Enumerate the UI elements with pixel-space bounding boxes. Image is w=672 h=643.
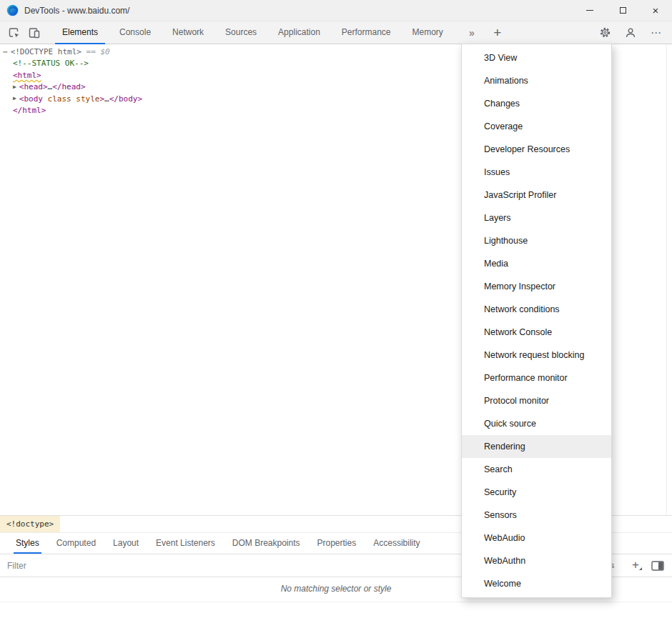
dom-node-segment: <body bbox=[19, 94, 43, 104]
styles-tab-dom-breakpoints[interactable]: DOM Breakpoints bbox=[230, 533, 302, 554]
dom-node-segment: <head> bbox=[19, 82, 48, 91]
sidebar-toggle-icon[interactable] bbox=[651, 560, 664, 574]
menu-item-protocol-monitor[interactable]: Protocol monitor bbox=[462, 389, 611, 412]
dom-node-segment: </head> bbox=[52, 82, 85, 91]
menu-item-webauthn[interactable]: WebAuthn bbox=[462, 549, 611, 572]
styles-tab-event-listeners[interactable]: Event Listeners bbox=[154, 533, 217, 554]
breadcrumb-item[interactable]: <!doctype> bbox=[0, 516, 60, 532]
menu-item-sensors[interactable]: Sensors bbox=[462, 504, 611, 527]
tab-application[interactable]: Application bbox=[271, 21, 327, 44]
menu-item-search[interactable]: Search bbox=[462, 458, 611, 481]
maximize-button[interactable] bbox=[606, 0, 639, 21]
tab-performance[interactable]: Performance bbox=[335, 21, 398, 44]
close-button[interactable]: × bbox=[639, 0, 672, 21]
menu-item-layers[interactable]: Layers bbox=[462, 206, 611, 229]
styles-tab-properties[interactable]: Properties bbox=[315, 533, 359, 554]
dom-node-segment: == $0 bbox=[81, 47, 110, 56]
menu-item-security[interactable]: Security bbox=[462, 481, 611, 504]
maximize-icon bbox=[620, 7, 626, 14]
toolbar-right-icons: ⋯ bbox=[595, 23, 672, 43]
dom-node-segment: … bbox=[104, 94, 109, 104]
window-controls: × bbox=[573, 0, 672, 21]
more-tabs-chevron-icon[interactable]: » bbox=[464, 23, 480, 43]
tab-console[interactable]: Console bbox=[112, 21, 158, 44]
inspect-element-icon[interactable] bbox=[4, 23, 24, 43]
menu-item-webaudio[interactable]: WebAudio bbox=[462, 527, 611, 549]
more-tools-plus-icon[interactable]: + bbox=[487, 23, 508, 43]
styles-tab-accessibility[interactable]: Accessibility bbox=[371, 533, 422, 554]
devtools-window: DevTools - www.baidu.com/ × ElementsCons… bbox=[0, 0, 672, 643]
tab-network[interactable]: Network bbox=[165, 21, 211, 44]
feedback-icon[interactable] bbox=[621, 23, 641, 43]
tab-sources[interactable]: Sources bbox=[218, 21, 264, 44]
menu-item-animations[interactable]: Animations bbox=[462, 69, 611, 92]
titlebar: DevTools - www.baidu.com/ × bbox=[0, 0, 672, 21]
more-tools-menu: 3D ViewAnimationsChangesCoverageDevelope… bbox=[461, 44, 612, 598]
menu-item-lighthouse[interactable]: Lighthouse bbox=[462, 229, 611, 252]
dom-node-segment: class style bbox=[43, 94, 99, 104]
dom-node-segment: </html> bbox=[13, 106, 46, 115]
elements-scrollbar[interactable] bbox=[666, 45, 667, 515]
panel-tabs: ElementsConsoleNetworkSourcesApplication… bbox=[51, 21, 454, 44]
menu-item-network-console[interactable]: Network Console bbox=[462, 321, 611, 344]
menu-item-quick-source[interactable]: Quick source bbox=[462, 412, 611, 435]
close-icon: × bbox=[653, 5, 659, 16]
styles-tab-styles[interactable]: Styles bbox=[14, 533, 41, 554]
tab-memory[interactable]: Memory bbox=[405, 21, 450, 44]
device-toolbar-icon[interactable] bbox=[24, 23, 44, 43]
menu-item-issues[interactable]: Issues bbox=[462, 161, 611, 184]
tab-elements[interactable]: Elements bbox=[55, 21, 105, 44]
dom-node-segment: ▶ bbox=[13, 84, 16, 90]
menu-item-javascript-profiler[interactable]: JavaScript Profiler bbox=[462, 184, 611, 206]
dom-node-segment: <!--STATUS OK--> bbox=[13, 59, 89, 68]
new-style-rule-icon[interactable]: + bbox=[632, 558, 639, 572]
dom-node-segment: ▶ bbox=[13, 95, 16, 101]
menu-item-memory-inspector[interactable]: Memory Inspector bbox=[462, 275, 611, 298]
minimize-button[interactable] bbox=[573, 0, 606, 21]
dom-node-segment: <!DOCTYPE html> bbox=[11, 47, 81, 56]
menu-item-developer-resources[interactable]: Developer Resources bbox=[462, 138, 611, 161]
menu-item-network-conditions[interactable]: Network conditions bbox=[462, 298, 611, 321]
styles-tab-computed[interactable]: Computed bbox=[54, 533, 98, 554]
menu-item-3d-view[interactable]: 3D View bbox=[462, 46, 611, 69]
devtools-toolbar: ElementsConsoleNetworkSourcesApplication… bbox=[0, 21, 672, 44]
dom-node-segment: </body> bbox=[109, 94, 142, 104]
menu-item-network-request-blocking[interactable]: Network request blocking bbox=[462, 344, 611, 367]
styles-filter-input[interactable]: Filter bbox=[7, 561, 26, 571]
menu-item-changes[interactable]: Changes bbox=[462, 92, 611, 115]
minimize-icon bbox=[586, 10, 593, 11]
menu-item-welcome[interactable]: Welcome bbox=[462, 572, 611, 595]
menu-item-media[interactable]: Media bbox=[462, 252, 611, 275]
menu-item-rendering[interactable]: Rendering bbox=[462, 435, 611, 458]
menu-item-coverage[interactable]: Coverage bbox=[462, 115, 611, 138]
dom-node-segment: <html> bbox=[13, 71, 41, 80]
menu-item-performance-monitor[interactable]: Performance monitor bbox=[462, 367, 611, 389]
settings-gear-icon[interactable] bbox=[595, 23, 615, 43]
more-menu-dots-icon[interactable]: ⋯ bbox=[646, 23, 666, 43]
styles-tab-layout[interactable]: Layout bbox=[111, 533, 141, 554]
dom-node-segment: ⋯ bbox=[3, 47, 7, 56]
edge-logo-icon bbox=[6, 4, 19, 16]
window-title: DevTools - www.baidu.com/ bbox=[24, 6, 129, 16]
